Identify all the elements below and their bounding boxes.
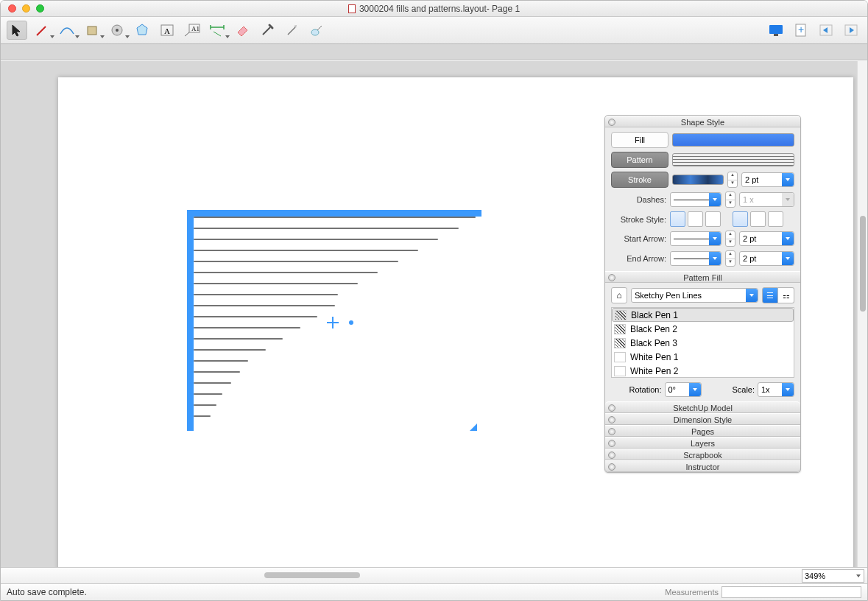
pattern-swatch-icon <box>614 352 626 362</box>
bottom-bar: 349% <box>1 567 867 583</box>
scale-label: Scale: <box>705 385 755 394</box>
end-arrow-select[interactable] <box>670 251 721 266</box>
pattern-item[interactable]: White Pen 1 <box>612 350 794 364</box>
collapsed-panel-header[interactable]: SketchUp Model <box>605 401 800 413</box>
pattern-item-label: White Pen 1 <box>630 352 678 362</box>
window-title: 3000204 fills and patterns.layout- Page … <box>359 4 520 14</box>
label-tool[interactable]: A1 <box>182 21 202 40</box>
pattern-item[interactable]: White Pen 2 <box>612 364 794 378</box>
pattern-item[interactable]: Black Pen 3 <box>612 336 794 350</box>
pattern-swatch-icon <box>615 310 627 320</box>
collapsed-panel-header[interactable]: Layers <box>605 437 800 449</box>
collapsed-panel-header[interactable]: Pages <box>605 425 800 437</box>
rotation-handle[interactable] <box>327 317 339 328</box>
status-message: Auto save complete. <box>7 587 87 597</box>
svg-rect-0 <box>88 27 96 35</box>
dashes-select[interactable] <box>670 192 721 207</box>
measurements-label: Measurements <box>665 588 719 597</box>
pattern-item-label: Black Pen 3 <box>630 338 677 348</box>
selected-shape[interactable] <box>187 210 481 431</box>
dashes-scale-select: 1 x <box>739 192 794 207</box>
svg-text:+: + <box>798 24 804 35</box>
fill-color-swatch[interactable] <box>672 133 794 147</box>
pattern-swatch[interactable] <box>672 153 794 166</box>
svg-rect-9 <box>769 25 783 34</box>
rotation-select[interactable]: 0° <box>665 382 702 397</box>
start-arrow-select[interactable] <box>670 231 721 246</box>
zoom-select[interactable]: 349% <box>802 569 864 583</box>
stroke-style-label: Stroke Style: <box>611 215 666 224</box>
fill-toggle[interactable]: Fill <box>611 132 668 148</box>
grid-view-button[interactable]: ⚏ <box>778 287 794 303</box>
end-arrow-size-select[interactable]: 2 pt <box>739 251 794 266</box>
pattern-collection-select[interactable]: Sketchy Pen Lines <box>631 288 758 303</box>
next-button[interactable] <box>841 21 861 40</box>
stroke-toggle[interactable]: Stroke <box>611 172 668 188</box>
end-arrow-label: End Arrow: <box>611 254 666 263</box>
resize-corner-icon[interactable] <box>470 423 477 431</box>
status-bar: Auto save complete. Measurements <box>1 583 867 600</box>
line-tool[interactable] <box>32 21 52 40</box>
eraser-tool[interactable] <box>232 21 253 40</box>
arc-tool[interactable] <box>57 21 77 40</box>
list-view-button[interactable]: ☰ <box>762 287 778 303</box>
join-tool[interactable] <box>307 21 328 40</box>
svg-rect-10 <box>774 34 778 36</box>
svg-text:A1: A1 <box>191 25 200 32</box>
horizontal-scrollbar[interactable] <box>7 572 796 580</box>
document-icon <box>348 4 356 13</box>
stroke-stepper[interactable]: ▲▼ <box>727 172 738 188</box>
svg-text:A: A <box>164 27 170 35</box>
split-tool[interactable] <box>282 21 303 40</box>
start-arrow-stepper[interactable]: ▲▼ <box>725 231 735 247</box>
collapsed-panel-header[interactable]: Dimension Style <box>605 413 800 425</box>
dashes-label: Dashes: <box>611 195 666 204</box>
main-toolbar: A A1 + <box>1 17 867 44</box>
pattern-swatch-icon <box>614 324 626 334</box>
dashes-stepper[interactable]: ▲▼ <box>725 191 735 208</box>
pattern-swatch-icon <box>614 366 626 376</box>
start-arrow-label: Start Arrow: <box>611 234 666 243</box>
end-arrow-stepper[interactable]: ▲▼ <box>725 250 735 267</box>
pattern-item[interactable]: Black Pen 2 <box>612 322 794 336</box>
inspector-panel: Shape Style Fill Pattern Stroke ▲▼ 2 pt … <box>604 115 801 473</box>
presentation-button[interactable] <box>766 21 786 40</box>
pattern-item-label: White Pen 2 <box>630 366 678 376</box>
select-tool[interactable] <box>7 21 27 40</box>
pattern-fill-header[interactable]: Pattern Fill <box>605 271 800 283</box>
rectangle-tool[interactable] <box>82 21 102 40</box>
stroke-join-group[interactable] <box>733 211 783 227</box>
previous-button[interactable] <box>816 21 836 40</box>
dimension-tool[interactable] <box>207 21 227 40</box>
ruler-bar <box>1 44 867 60</box>
stroke-cap-group[interactable] <box>670 211 721 227</box>
measurements-input[interactable] <box>721 586 861 598</box>
pattern-toggle[interactable]: Pattern <box>611 152 668 168</box>
style-tool[interactable] <box>257 21 278 40</box>
shape-style-header[interactable]: Shape Style <box>605 116 800 127</box>
collapsed-panel-header[interactable]: Scrapbook <box>605 449 800 460</box>
scale-select[interactable]: 1x <box>758 382 794 397</box>
canvas-workspace[interactable]: Shape Style Fill Pattern Stroke ▲▼ 2 pt … <box>1 61 867 567</box>
stroke-color-swatch[interactable] <box>672 175 724 185</box>
window-titlebar: 3000204 fills and patterns.layout- Page … <box>1 1 867 17</box>
pattern-list[interactable]: Black Pen 1Black Pen 2Black Pen 3White P… <box>611 307 794 378</box>
polygon-tool[interactable] <box>132 21 152 40</box>
add-page-button[interactable]: + <box>791 21 811 40</box>
collapsed-panel-header[interactable]: Instructor <box>605 460 800 472</box>
pattern-home-button[interactable]: ⌂ <box>611 287 627 303</box>
svg-marker-3 <box>137 24 147 35</box>
start-arrow-size-select[interactable]: 2 pt <box>739 231 794 246</box>
pattern-item[interactable]: Black Pen 1 <box>612 308 794 322</box>
vertical-scrollbar[interactable] <box>857 61 867 567</box>
rotation-label: Rotation: <box>611 385 662 394</box>
stroke-size-select[interactable]: 2 pt <box>741 172 794 187</box>
text-tool[interactable]: A <box>157 21 177 40</box>
svg-point-2 <box>116 29 119 32</box>
pattern-item-label: Black Pen 2 <box>630 324 677 334</box>
pattern-item-label: Black Pen 1 <box>631 310 678 320</box>
pattern-swatch-icon <box>614 338 626 348</box>
circle-tool[interactable] <box>107 21 127 40</box>
